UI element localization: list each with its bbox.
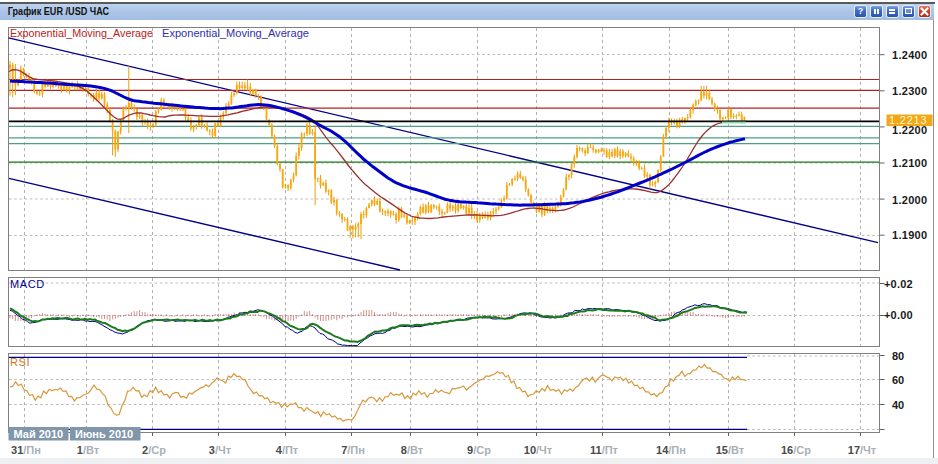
svg-text:Exponential_Moving_Average: Exponential_Moving_Average <box>162 27 309 39</box>
svg-text:60: 60 <box>892 374 904 386</box>
svg-text:2/Ср: 2/Ср <box>142 444 166 456</box>
svg-text:3/Чт: 3/Чт <box>209 444 232 456</box>
svg-text:80: 80 <box>892 350 904 362</box>
svg-text:10/Чт: 10/Чт <box>524 444 553 456</box>
svg-text:1.2400: 1.2400 <box>892 49 927 61</box>
svg-text:8/Вт: 8/Вт <box>401 444 424 456</box>
svg-text:+0.00: +0.00 <box>884 309 913 321</box>
svg-text:1.2300: 1.2300 <box>892 85 927 97</box>
svg-text:9/Ср: 9/Ср <box>467 444 491 456</box>
svg-text:40: 40 <box>892 399 904 411</box>
svg-text:16/Ср: 16/Ср <box>781 444 811 456</box>
svg-text:1/Вт: 1/Вт <box>77 444 100 456</box>
svg-text:31/Пн: 31/Пн <box>11 444 41 456</box>
svg-text:+0.02: +0.02 <box>884 278 913 290</box>
svg-text:Exponential_Moving_Average: Exponential_Moving_Average <box>10 27 153 39</box>
svg-text:Май 2010: Май 2010 <box>14 428 64 440</box>
svg-text:График EUR /USD ЧАС: График EUR /USD ЧАС <box>8 4 110 16</box>
svg-text:MACD: MACD <box>10 278 45 290</box>
svg-text:15/Вт: 15/Вт <box>716 444 745 456</box>
svg-text:4/Пт: 4/Пт <box>276 444 299 456</box>
svg-text:Июнь 2010: Июнь 2010 <box>75 428 133 440</box>
svg-text:1.2100: 1.2100 <box>892 157 927 169</box>
svg-text:1.2000: 1.2000 <box>892 194 927 206</box>
svg-text:RSI: RSI <box>10 356 30 368</box>
svg-text:7/Пн: 7/Пн <box>341 444 365 456</box>
svg-text:1.2213: 1.2213 <box>889 114 927 126</box>
svg-text:14/Пн: 14/Пн <box>656 444 686 456</box>
svg-text:1.1900: 1.1900 <box>892 229 927 241</box>
svg-text:11/Пт: 11/Пт <box>590 444 619 456</box>
svg-text:17/Чт: 17/Чт <box>848 444 877 456</box>
